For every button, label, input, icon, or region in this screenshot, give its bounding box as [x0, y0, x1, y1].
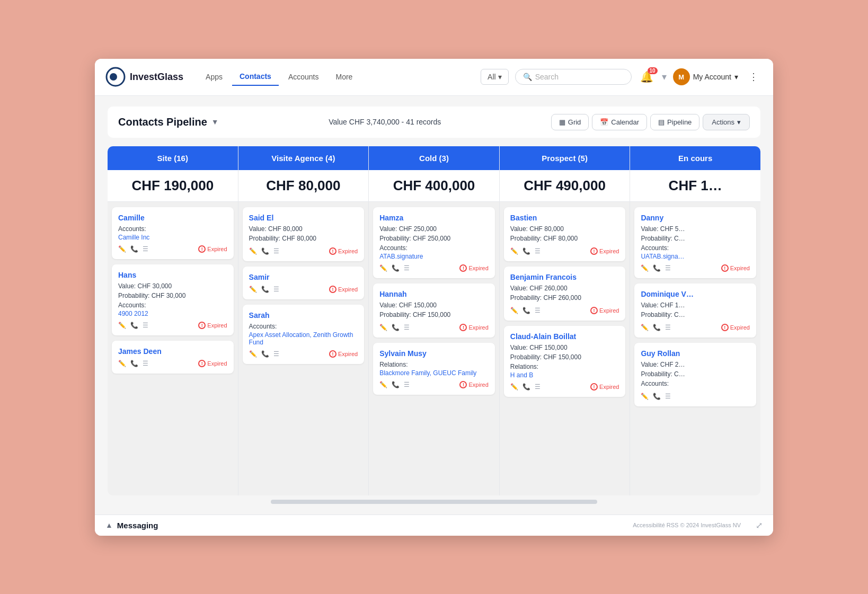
edit-icon[interactable]: ✏️	[379, 264, 387, 272]
edit-icon[interactable]: ✏️	[118, 245, 126, 253]
contact-name[interactable]: Hannah	[379, 290, 489, 298]
edit-icon[interactable]: ✏️	[510, 383, 518, 391]
card-link[interactable]: ATAB.signature	[379, 253, 489, 260]
search-bar[interactable]: 🔍 Search	[515, 69, 632, 85]
call-icon[interactable]: 📞	[392, 264, 400, 272]
notification-badge: 10	[648, 67, 658, 74]
contact-name[interactable]: Hans	[118, 271, 227, 279]
menu-icon[interactable]: ☰	[535, 383, 541, 391]
contact-name[interactable]: Benjamin Francois	[510, 273, 619, 281]
edit-icon[interactable]: ✏️	[118, 322, 126, 329]
card-link[interactable]: 4900 2012	[118, 310, 227, 317]
call-icon[interactable]: 📞	[522, 307, 530, 314]
card-link[interactable]: H and B	[510, 371, 619, 379]
footer-text: Accessibilité RSS © 2024 InvestGlass NV	[633, 522, 741, 528]
filter-icon[interactable]: ▼	[211, 118, 219, 126]
contact-name[interactable]: Sarah	[249, 311, 358, 320]
edit-icon[interactable]: ✏️	[641, 264, 649, 272]
edit-icon[interactable]: ✏️	[118, 360, 126, 367]
menu-icon[interactable]: ☰	[665, 264, 671, 272]
nav-contacts[interactable]: Contacts	[232, 68, 279, 86]
card-link[interactable]: Blackmore Family, GUEUC Family	[379, 369, 489, 377]
expand-icon[interactable]: ⤢	[756, 520, 763, 530]
card-actions-row: ✏️📞☰!Expired	[118, 360, 227, 367]
pipeline-view-button[interactable]: ▤ Pipeline	[650, 114, 699, 130]
notification-button[interactable]: 🔔 10	[638, 68, 656, 85]
table-row: Sylvain MusyRelations:Blackmore Family, …	[373, 343, 495, 395]
edit-icon[interactable]: ✏️	[510, 307, 518, 314]
account-button[interactable]: M My Account ▾	[673, 68, 738, 85]
more-options-icon[interactable]: ⋮	[745, 69, 763, 85]
call-icon[interactable]: 📞	[130, 322, 138, 329]
card-link[interactable]: UATAB.signa…	[641, 253, 750, 260]
grid-view-button[interactable]: ▦ Grid	[551, 114, 589, 130]
call-icon[interactable]: 📞	[653, 324, 661, 331]
menu-icon[interactable]: ☰	[143, 322, 148, 329]
contact-name[interactable]: Danny	[641, 214, 750, 222]
contact-name[interactable]: Dominique V…	[641, 290, 750, 298]
call-icon[interactable]: 📞	[130, 360, 138, 367]
edit-icon[interactable]: ✏️	[510, 247, 518, 255]
edit-icon[interactable]: ✏️	[379, 324, 387, 331]
contact-name[interactable]: Claud-Alain Boillat	[510, 332, 619, 341]
menu-icon[interactable]: ☰	[535, 307, 541, 314]
menu-icon[interactable]: ☰	[143, 245, 148, 253]
contact-name[interactable]: Bastien	[510, 214, 619, 222]
menu-icon[interactable]: ☰	[143, 360, 148, 367]
expired-badge: !Expired	[459, 264, 488, 272]
actions-button[interactable]: Actions ▾	[703, 114, 750, 130]
all-dropdown[interactable]: All ▾	[481, 69, 509, 85]
calendar-view-button[interactable]: 📅 Calendar	[592, 114, 647, 130]
card-detail: Value: CHF 250,000	[379, 224, 489, 234]
menu-icon[interactable]: ☰	[665, 324, 671, 331]
edit-icon[interactable]: ✏️	[249, 286, 257, 293]
menu-icon[interactable]: ☰	[273, 286, 279, 293]
contact-name[interactable]: Camille	[118, 214, 227, 222]
contact-name[interactable]: Said El	[249, 214, 358, 222]
edit-icon[interactable]: ✏️	[379, 381, 387, 388]
horizontal-scrollbar[interactable]	[271, 500, 597, 504]
contact-name[interactable]: Guy Rollan	[641, 349, 750, 358]
contact-name[interactable]: Samir	[249, 273, 358, 281]
edit-icon[interactable]: ✏️	[249, 247, 257, 255]
call-icon[interactable]: 📞	[392, 324, 400, 331]
expired-label: Expired	[730, 324, 750, 331]
menu-icon[interactable]: ☰	[404, 264, 410, 272]
menu-icon[interactable]: ☰	[535, 247, 541, 255]
nav-accounts[interactable]: Accounts	[281, 68, 326, 85]
call-icon[interactable]: 📞	[261, 247, 269, 255]
card-link[interactable]: Apex Asset Allocation, Zenith Growth Fun…	[249, 331, 358, 346]
edit-icon[interactable]: ✏️	[641, 324, 649, 331]
notification-settings[interactable]: ▾	[662, 71, 667, 83]
card-detail: Value: CHF 80,000	[249, 224, 358, 234]
menu-icon[interactable]: ☰	[404, 324, 410, 331]
contact-name[interactable]: James Deen	[118, 347, 227, 356]
call-icon[interactable]: 📞	[522, 247, 530, 255]
menu-icon[interactable]: ☰	[273, 247, 279, 255]
card-link[interactable]: Camille Inc	[118, 234, 227, 241]
call-icon[interactable]: 📞	[653, 264, 661, 272]
edit-icon[interactable]: ✏️	[249, 350, 257, 358]
card-detail: Probability: CHF 150,000	[510, 352, 619, 362]
card-actions-row: ✏️📞☰!Expired	[641, 324, 750, 331]
messaging-title[interactable]: Messaging	[117, 521, 158, 530]
expired-badge: !Expired	[590, 383, 619, 391]
menu-icon[interactable]: ☰	[665, 393, 671, 400]
call-icon[interactable]: 📞	[653, 393, 661, 400]
call-icon[interactable]: 📞	[392, 381, 400, 388]
expired-icon: !	[198, 360, 206, 367]
edit-icon[interactable]: ✏️	[641, 393, 649, 400]
contact-name[interactable]: Hamza	[379, 214, 489, 222]
menu-icon[interactable]: ☰	[404, 381, 410, 388]
chevron-up-icon[interactable]: ▲	[105, 521, 113, 529]
call-icon[interactable]: 📞	[261, 286, 269, 293]
call-icon[interactable]: 📞	[261, 350, 269, 358]
menu-icon[interactable]: ☰	[273, 350, 279, 358]
contact-name[interactable]: Sylvain Musy	[379, 349, 489, 358]
chevron-down-icon-account: ▾	[734, 73, 738, 81]
call-icon[interactable]: 📞	[130, 245, 138, 253]
call-icon[interactable]: 📞	[522, 383, 530, 391]
nav-apps[interactable]: Apps	[198, 68, 230, 85]
nav-more[interactable]: More	[328, 68, 360, 85]
card-actions-row: ✏️📞☰	[641, 393, 750, 400]
